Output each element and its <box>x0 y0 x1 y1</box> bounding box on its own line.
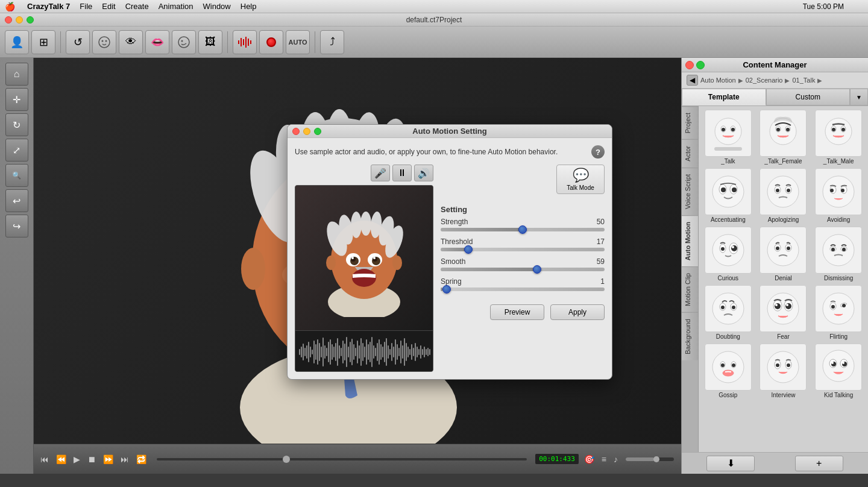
cm-close-btn[interactable] <box>685 61 694 69</box>
timeline-thumb[interactable] <box>283 456 290 463</box>
cm-thumb-dismissing[interactable] <box>815 227 862 274</box>
cm-add-btn[interactable]: + <box>795 456 843 471</box>
apply-button[interactable]: Apply <box>550 304 605 320</box>
toolbar-motion-btn[interactable]: ↺ <box>66 30 90 54</box>
dialog-help-btn[interactable]: ? <box>591 145 605 159</box>
toolbar-image-btn[interactable]: 🖼 <box>198 30 222 54</box>
rec-btn-speaker[interactable]: 🔊 <box>414 165 433 181</box>
toolbar-export-btn[interactable]: ⤴ <box>320 30 344 54</box>
side-tab-auto-motion[interactable]: Auto Motion <box>682 215 698 266</box>
cm-tab-dropdown[interactable]: ▼ <box>850 89 868 105</box>
tab-template[interactable]: Template <box>682 89 766 105</box>
menu-window[interactable]: Window <box>203 2 231 11</box>
cm-item-avoiding[interactable]: Avoiding <box>813 168 864 223</box>
cm-thumb-denial[interactable] <box>760 227 807 274</box>
cm-item-dismissing[interactable]: Dismissing <box>813 227 864 281</box>
transport-prev-start[interactable]: ⏮ <box>39 454 51 464</box>
preview-button[interactable]: Preview <box>490 304 544 320</box>
cm-thumb-talk[interactable] <box>705 110 752 157</box>
transport-play[interactable]: ▶ <box>72 454 82 464</box>
transport-next-end[interactable]: ⏭ <box>119 454 131 464</box>
rec-btn-mic[interactable]: 🎤 <box>371 165 390 181</box>
cm-item-denial[interactable]: Denial <box>758 227 810 281</box>
cm-item-gossip[interactable]: Gossip <box>702 344 754 398</box>
side-tab-voice-script[interactable]: Voice Script <box>682 168 698 215</box>
cm-item-talk-male[interactable]: _Talk_Male <box>813 110 864 165</box>
cm-expand-btn[interactable] <box>696 61 705 69</box>
cm-item-talk[interactable]: _Talk <box>702 110 754 165</box>
tool-move[interactable]: ✛ <box>5 88 28 111</box>
smooth-slider[interactable] <box>441 268 605 271</box>
breadcrumb-scenario[interactable]: 02_Scenario <box>746 77 783 84</box>
tool-scale[interactable]: ⤢ <box>5 139 28 162</box>
breadcrumb-talk[interactable]: 01_Talk <box>792 77 815 84</box>
cm-item-interview[interactable]: Interview <box>758 344 810 398</box>
transport-list[interactable]: ≡ <box>600 454 608 464</box>
tab-custom[interactable]: Custom <box>766 89 851 105</box>
cm-thumb-curious[interactable] <box>705 227 752 274</box>
menu-help[interactable]: Help <box>241 2 257 11</box>
cm-thumb-talk-female[interactable] <box>760 110 807 157</box>
cm-item-fear[interactable]: Fear <box>758 285 810 340</box>
cm-thumb-kid-talking[interactable] <box>815 344 862 391</box>
minimize-button[interactable] <box>16 16 23 24</box>
tool-home[interactable]: ⌂ <box>5 63 28 86</box>
cm-item-apologizing[interactable]: Apologizing <box>758 168 810 223</box>
menu-create[interactable]: Create <box>125 2 149 11</box>
toolbar-profile-btn[interactable] <box>172 30 196 54</box>
maximize-button[interactable] <box>27 16 34 24</box>
transport-audio[interactable]: ♪ <box>612 454 620 464</box>
talk-mode-button[interactable]: 💬 Talk Mode <box>556 165 605 194</box>
timeline-slider[interactable] <box>157 458 527 460</box>
dialog-min-btn[interactable] <box>303 128 310 135</box>
menu-crazykalk[interactable]: CrazyTalk 7 <box>27 2 70 11</box>
toolbar-mouth-btn[interactable]: 👄 <box>145 30 169 54</box>
cm-item-kid-talking[interactable]: Kid Talking <box>813 344 864 398</box>
transport-marker[interactable]: 🎯 <box>582 454 596 464</box>
cm-item-doubting[interactable]: Doubting <box>702 285 754 340</box>
toolbar-record-red-btn[interactable] <box>259 30 283 54</box>
breadcrumb-auto-motion[interactable]: Auto Motion <box>700 77 736 84</box>
close-button[interactable] <box>5 16 12 24</box>
cm-item-flirting[interactable]: Flirting <box>813 285 864 340</box>
cm-item-talk-female[interactable]: _Talk_Female <box>758 110 810 165</box>
cm-thumb-doubting[interactable] <box>705 285 752 332</box>
dialog-close-btn[interactable] <box>292 128 300 135</box>
cm-item-curious[interactable]: Curious <box>702 227 754 281</box>
toolbar-eye-btn[interactable]: 👁 <box>119 30 143 54</box>
toolbar-auto-btn[interactable]: AUTO <box>286 30 310 54</box>
cm-thumb-apologizing[interactable] <box>760 168 807 215</box>
toolbar-face-btn[interactable] <box>92 30 116 54</box>
transport-next[interactable]: ⏩ <box>101 454 115 464</box>
side-tab-project[interactable]: Project <box>682 106 698 139</box>
cm-download-btn[interactable]: ⬇ <box>706 456 755 471</box>
tool-undo[interactable]: ↩ <box>5 189 28 212</box>
menu-edit[interactable]: Edit <box>102 2 115 11</box>
cm-thumb-accentuating[interactable] <box>705 168 752 215</box>
side-tab-actor[interactable]: Actor <box>682 139 698 168</box>
cm-back-btn[interactable]: ◀ <box>687 75 698 86</box>
auto-motion-dialog[interactable]: Auto Motion Setting Use sample actor and… <box>287 124 612 380</box>
cm-thumb-talk-male[interactable] <box>815 110 862 157</box>
toolbar-grid-btn[interactable]: ⊞ <box>31 30 55 54</box>
rec-btn-pause[interactable]: ⏸ <box>392 165 412 181</box>
cm-thumb-avoiding[interactable] <box>815 168 862 215</box>
side-tab-motion-clip[interactable]: Motion Clip <box>682 266 698 312</box>
cm-item-accentuating[interactable]: Accentuating <box>702 168 754 223</box>
menu-file[interactable]: File <box>80 2 92 11</box>
transport-stop[interactable]: ⏹ <box>86 454 98 464</box>
cm-thumb-gossip[interactable] <box>705 344 752 391</box>
spring-slider[interactable] <box>441 287 605 291</box>
tool-zoom-in[interactable]: 🔍 <box>5 164 28 187</box>
toolbar-record-wave-btn[interactable] <box>233 30 257 54</box>
cm-thumb-flirting[interactable] <box>815 285 862 332</box>
threshold-slider[interactable] <box>441 248 605 251</box>
tool-rotate[interactable]: ↻ <box>5 113 28 136</box>
tool-redo[interactable]: ↪ <box>5 215 28 237</box>
side-tab-background[interactable]: Background <box>682 312 698 360</box>
cm-thumb-fear[interactable] <box>760 285 807 332</box>
transport-prev[interactable]: ⏪ <box>54 454 68 464</box>
apple-menu[interactable]: 🍎 <box>5 2 15 11</box>
transport-loop[interactable]: 🔁 <box>134 454 148 464</box>
menu-animation[interactable]: Animation <box>159 2 193 11</box>
